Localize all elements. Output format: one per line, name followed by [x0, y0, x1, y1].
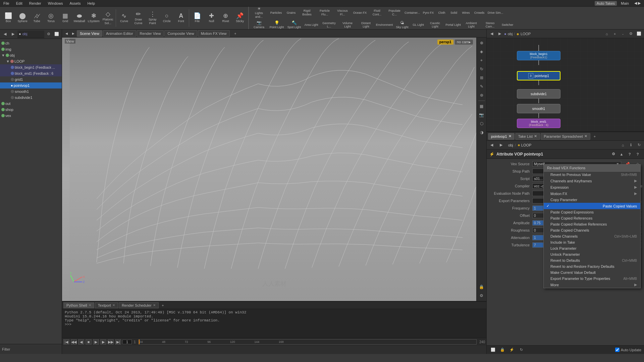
tree-out[interactable]: out: [0, 101, 62, 107]
tl-prev-frame[interactable]: ◀: [78, 339, 84, 345]
tree-pointvop1[interactable]: ● pointvop1: [0, 82, 62, 88]
tool-ocean-fx[interactable]: Ocean FX: [352, 7, 368, 19]
ctx-more[interactable]: More ▶: [544, 282, 640, 288]
ph-gear[interactable]: ⚙: [610, 151, 617, 158]
vrt-rotate[interactable]: ↻: [478, 65, 486, 73]
rp-status-btn1[interactable]: ⬜: [489, 347, 497, 353]
menu-render[interactable]: Render: [28, 1, 43, 5]
terminal-tab-textport[interactable]: Textport ✕: [95, 302, 118, 308]
ctx-make-default[interactable]: Make Current Value Default: [544, 269, 640, 276]
terminal-tab-python[interactable]: Python Shell ✕: [63, 302, 94, 308]
tool-sticky[interactable]: 📌Sticky: [233, 8, 247, 28]
tool-grid[interactable]: ▦Grid: [58, 8, 72, 28]
param-tab-spreadsheet[interactable]: Parameter Spreadsheet ✕: [541, 133, 590, 140]
rp-settings[interactable]: ⚙: [627, 31, 635, 37]
tl-next-frame[interactable]: ▶: [100, 339, 106, 345]
vrt-cam[interactable]: 📷: [478, 111, 486, 119]
terminal-tab-textport-close[interactable]: ✕: [112, 303, 115, 307]
tree-ch[interactable]: ch: [0, 40, 62, 46]
ph-help[interactable]: ?: [634, 151, 641, 158]
tool-rigid-bodies[interactable]: Rigid Bodies: [298, 7, 316, 19]
vp-nav-forward[interactable]: ▶: [70, 31, 76, 37]
ctx-paste-channels[interactable]: Paste Copied Channels: [544, 227, 640, 233]
tool-particle-flu[interactable]: Particle Flu...: [316, 7, 333, 19]
vrt-transform[interactable]: ⌖: [478, 56, 486, 64]
auto-update-checkbox[interactable]: [615, 348, 620, 352]
tool-switcher[interactable]: Switcher: [500, 20, 515, 29]
pn-home[interactable]: ⌂: [619, 142, 627, 148]
lp-nav-forward[interactable]: ▶: [9, 31, 17, 38]
tool-pyro-fx[interactable]: Pyro FX: [421, 7, 435, 19]
vrt-handle[interactable]: ⊛: [478, 91, 486, 99]
tool-font[interactable]: AFont: [174, 8, 188, 28]
rp-nav-back[interactable]: ◀: [488, 31, 495, 37]
param-tab-close2[interactable]: ✕: [534, 134, 537, 138]
terminal-tab-render[interactable]: Render Scheduler ✕: [119, 302, 159, 308]
tool-drive-sim[interactable]: Drive Sim...: [487, 7, 504, 19]
tl-play[interactable]: ▶: [93, 339, 99, 345]
tab-render-view[interactable]: Render View: [137, 30, 164, 37]
menu-edit[interactable]: Edit: [15, 1, 24, 5]
rp-home[interactable]: ⌂: [603, 31, 610, 37]
tool-file[interactable]: 📄File: [190, 8, 204, 28]
tool-solid[interactable]: Solid: [448, 7, 460, 19]
tool-grains[interactable]: Grains: [284, 7, 298, 19]
tree-img[interactable]: img: [0, 46, 62, 52]
tl-go-start[interactable]: |◀: [63, 339, 69, 345]
tool-camera[interactable]: 📷Camera: [250, 20, 268, 29]
terminal-tab-render-close[interactable]: ✕: [153, 303, 156, 307]
node-pointvop1-box[interactable]: 3 pointvop1: [517, 71, 560, 80]
tab-scene-view[interactable]: Scene View: [77, 30, 102, 37]
add-param-tab[interactable]: +: [591, 133, 598, 140]
tl-go-end[interactable]: ▶|: [115, 339, 121, 345]
tool-draw-curve[interactable]: ✏Draw Curve: [131, 8, 145, 28]
tool-ambient-light[interactable]: Ambient Light: [462, 20, 480, 29]
tool-environment[interactable]: Environment: [375, 20, 393, 29]
terminal-content[interactable]: Python 2.7.5 (default, Oct 24 2013, 17:4…: [62, 309, 486, 338]
tool-container[interactable]: Container...: [404, 7, 421, 19]
tree-subdivide1[interactable]: subdivide1: [0, 95, 62, 101]
lp-path-obj[interactable]: obj: [22, 32, 28, 36]
rp-zoom-out[interactable]: -: [619, 31, 627, 37]
lp-expand[interactable]: ⬜: [53, 31, 60, 38]
menu-file[interactable]: File: [2, 1, 11, 5]
tool-stereo-cam[interactable]: Stereo Cam...: [481, 20, 499, 29]
ctx-paste-expressions[interactable]: Paste Copied Expressions: [544, 209, 640, 215]
tool-null[interactable]: ✚Null: [205, 8, 218, 28]
tool-area-light[interactable]: Area Light: [303, 20, 320, 29]
tool-spray-paint[interactable]: ⋮Spray Paint: [146, 8, 159, 28]
vp-nav-back[interactable]: ◀: [63, 31, 69, 37]
menu-assets[interactable]: Assets: [68, 1, 82, 5]
vrt-settings[interactable]: ⚙: [478, 292, 486, 300]
tool-lsystem[interactable]: ❃LSystem: [87, 8, 101, 28]
add-viewport-tab[interactable]: +: [232, 30, 239, 37]
vrt-shading[interactable]: ◑: [478, 128, 486, 136]
lp-nav-back[interactable]: ◀: [1, 31, 9, 38]
tl-current-frame-input[interactable]: 1: [122, 340, 132, 344]
rp-nav-forward[interactable]: ▶: [496, 31, 503, 37]
tool-fluid-cont[interactable]: Fluid Cont...: [369, 7, 385, 19]
ctx-paste-relative[interactable]: Paste Copied Relative References: [544, 221, 640, 227]
pn-obj[interactable]: obj: [508, 143, 513, 147]
vrt-lock[interactable]: 🔒: [478, 283, 486, 291]
ctx-paste-references[interactable]: Paste Copied References: [544, 215, 640, 221]
tool-crowds[interactable]: Crowds: [472, 7, 486, 19]
viewport-3d-area[interactable]: View persp1 no cam▸ X Y Z: [62, 38, 486, 301]
tool-rivet[interactable]: ⊕Rivet: [219, 8, 232, 28]
tool-circle[interactable]: ○Circle: [160, 8, 174, 28]
tool-particles[interactable]: Particles: [268, 7, 284, 19]
tool-cloth[interactable]: Cloth: [436, 7, 448, 19]
menu-help[interactable]: Help: [86, 1, 96, 5]
tool-wires[interactable]: Wires: [460, 7, 472, 19]
node-graph-area[interactable]: block_begin1(Feedback1) 3 pointvop1 subd…: [487, 38, 644, 132]
take-arrows[interactable]: ◀ ▶: [633, 1, 642, 5]
tree-obj[interactable]: ▼ obj: [0, 52, 62, 58]
rp-zoom-in[interactable]: +: [611, 31, 619, 37]
ctx-revert-prev[interactable]: Revert to Previous Value Shift+RMB: [544, 172, 640, 178]
tool-spot-light[interactable]: 🔦Spot Light: [286, 20, 303, 29]
ph-collapse[interactable]: ▲: [618, 151, 625, 158]
tl-prev-key[interactable]: ◀◀: [71, 339, 77, 345]
ctx-revert-defaults[interactable]: Revert to Defaults Ctrl+MMB: [544, 257, 640, 263]
vrt-scale[interactable]: ⊞: [478, 74, 486, 82]
ctx-motion-fx[interactable]: Motion FX ▶: [544, 190, 640, 197]
